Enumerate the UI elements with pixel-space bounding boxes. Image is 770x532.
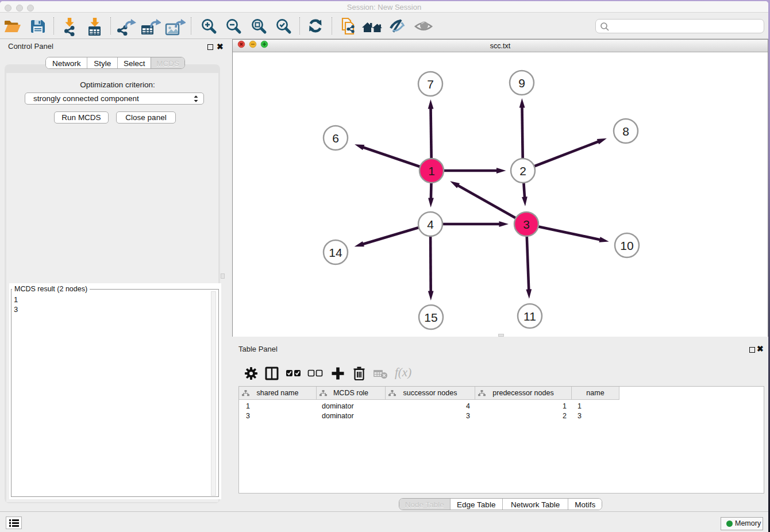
svg-text:3: 3: [523, 218, 530, 231]
svg-text:14: 14: [329, 246, 342, 259]
svg-text:10: 10: [620, 239, 633, 252]
svg-text:11: 11: [523, 310, 536, 323]
svg-text:7: 7: [427, 78, 434, 91]
svg-text:9: 9: [518, 76, 525, 90]
svg-text:4: 4: [427, 218, 434, 231]
svg-text:15: 15: [424, 311, 437, 324]
svg-text:2: 2: [519, 164, 526, 178]
svg-text:1: 1: [428, 164, 435, 178]
svg-text:6: 6: [332, 132, 339, 145]
svg-text:8: 8: [622, 125, 629, 138]
